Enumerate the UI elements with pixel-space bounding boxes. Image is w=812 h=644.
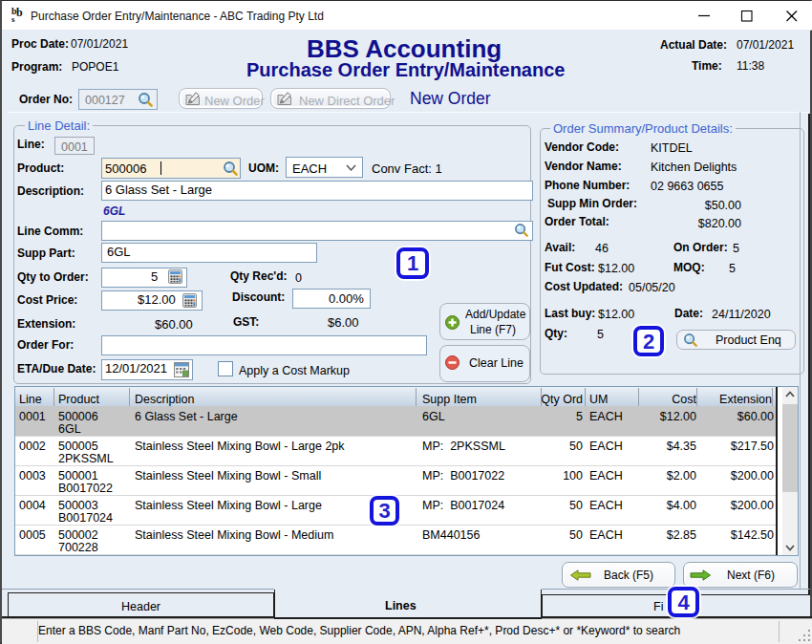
svg-text:s: s	[11, 14, 15, 23]
svg-text:b: b	[16, 6, 23, 19]
